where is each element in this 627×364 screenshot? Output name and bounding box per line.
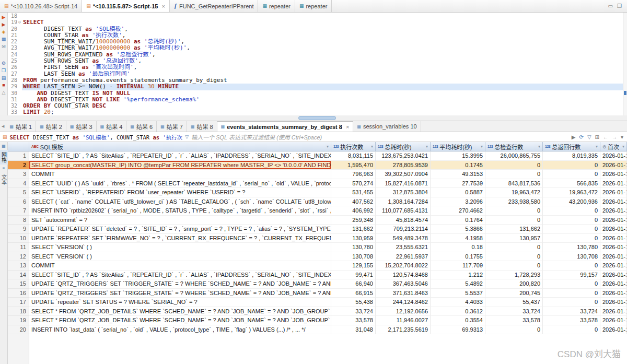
table-row[interactable]: 18SELECT * FROM `QRTZ_JOB_DETAILS` WHERE…: [8, 307, 627, 316]
result-tab[interactable]: ▦session_variables 10: [353, 121, 421, 132]
overview-ruler[interactable]: [623, 13, 627, 115]
cell-sql[interactable]: SELECT group_concat(MASTER_IP) INTO @tem…: [29, 161, 331, 170]
cell-rows-examined[interactable]: 1,728,293: [485, 271, 543, 280]
result-tab[interactable]: ▦结果 2: [36, 121, 66, 132]
cell-total-time[interactable]: 278,805.9539: [376, 161, 431, 170]
execute-statement-icon[interactable]: ▶: [1, 15, 7, 20]
cell-sql[interactable]: SELECT `SITE_ID` , ? AS `SiteAlias` , `R…: [29, 271, 331, 280]
fold-marker[interactable]: ⊖: [17, 19, 22, 26]
cell-rows-sent[interactable]: 0: [543, 298, 600, 307]
cell-rows-sent[interactable]: 19,963,472: [543, 188, 600, 197]
prev-page-icon[interactable]: ←: [603, 134, 608, 140]
filter-menu-icon[interactable]: ▽: [587, 134, 591, 140]
cell-exec-count[interactable]: 406,992: [331, 206, 376, 216]
cell-avg-time[interactable]: 5.4892: [431, 279, 485, 289]
stop-icon[interactable]: ■: [1, 83, 7, 88]
table-row[interactable]: 14SELECT `SITE_ID` , ? AS `SiteAlias` , …: [8, 271, 627, 280]
cell-rows-sent[interactable]: 0: [543, 216, 600, 225]
cell-rows-sent[interactable]: 8,019,335: [543, 151, 600, 161]
cell-exec-count[interactable]: 99,471: [331, 271, 376, 280]
panels-icon[interactable]: ⊞: [595, 134, 599, 140]
editor-tab[interactable]: ▦repeater: [258, 0, 295, 12]
cell-first-seen[interactable]: 2026-01-1: [600, 161, 627, 170]
cell-rows-sent[interactable]: 0: [543, 325, 600, 335]
cell-first-seen[interactable]: 2026-01-1: [600, 252, 627, 262]
cell-sql[interactable]: SELECT `SITE_ID` , ? AS `SiteAlias` , `R…: [29, 151, 331, 161]
settings-gears-icon[interactable]: ⚙: [1, 61, 7, 66]
row-number-cell[interactable]: 14: [8, 271, 29, 280]
cell-sql[interactable]: COMMIT: [29, 170, 331, 179]
cell-sql[interactable]: SELECT `VERSION` ( ): [29, 252, 331, 262]
editor-tab[interactable]: ƒFUNC_GetRepeaterIPParent: [170, 0, 259, 12]
cell-rows-examined[interactable]: 55,437: [485, 298, 543, 307]
cell-first-seen[interactable]: 2026-01-1: [600, 316, 627, 325]
cell-rows-examined[interactable]: 130,957: [485, 234, 543, 243]
cell-exec-count[interactable]: 131,662: [331, 225, 376, 234]
cell-rows-examined[interactable]: 0: [485, 161, 543, 170]
editor-hscrollbar[interactable]: [0, 115, 627, 121]
cell-total-time[interactable]: 244,124.8462: [376, 298, 431, 307]
cell-total-time[interactable]: 39,302,507.0904: [376, 170, 431, 179]
cell-avg-time[interactable]: 3.2096: [431, 197, 485, 207]
cell-sql[interactable]: INSERT INTO `rptbiz202602` ( `serial_no`…: [29, 206, 331, 216]
minimize-icon[interactable]: ▭: [608, 3, 613, 9]
cell-rows-examined[interactable]: 200,745: [485, 289, 543, 298]
row-number-cell[interactable]: 3: [8, 170, 29, 179]
editor-tab[interactable]: ▦repeater: [295, 0, 332, 12]
cell-sql[interactable]: SELECT `UUID` ( ) AS `uuid` , `rbres` . …: [29, 179, 331, 189]
table-row[interactable]: 1SELECT `SITE_ID` , ? AS `SiteAlias` , `…: [8, 151, 627, 161]
table-row[interactable]: 5SELECT `USERID` , `REPEATERID` FROM `us…: [8, 188, 627, 197]
cell-rows-examined[interactable]: 131,662: [485, 225, 543, 234]
cell-total-time[interactable]: 367,463.5046: [376, 279, 431, 289]
row-number-cell[interactable]: 15: [8, 279, 29, 289]
table-row[interactable]: 3COMMIT796,96339,302,507.090449.31530020…: [8, 170, 627, 179]
more-dropdown-icon[interactable]: ▾: [621, 134, 623, 140]
table-row[interactable]: 9UPDATE `REPEATER` SET `deleted` = ? , `…: [8, 225, 627, 234]
column-menu-icon[interactable]: ▾: [426, 144, 428, 149]
cell-first-seen[interactable]: 2026-01-1: [600, 279, 627, 289]
cell-exec-count[interactable]: 1,595,470: [331, 161, 376, 170]
cell-rows-examined[interactable]: 33,724: [485, 307, 543, 316]
result-tab[interactable]: ▦结果 7: [157, 121, 187, 132]
cell-total-time[interactable]: 12,192.0656: [376, 307, 431, 316]
open-grid-icon[interactable]: ▦: [1, 37, 7, 42]
cell-avg-time[interactable]: 117.709: [431, 261, 485, 271]
cell-first-seen[interactable]: 2026-01-1: [600, 307, 627, 316]
cell-total-time[interactable]: 709,213.2114: [376, 225, 431, 234]
cell-rows-examined[interactable]: 0: [485, 206, 543, 216]
cell-rows-examined[interactable]: 200,820: [485, 279, 543, 289]
row-number-cell[interactable]: 9: [8, 225, 29, 234]
table-row[interactable]: 15UPDATE `QRTZ_TRIGGERS` SET `TRIGGER_ST…: [8, 279, 627, 289]
column-menu-icon[interactable]: ▾: [622, 144, 624, 149]
row-number-cell[interactable]: 10: [8, 234, 29, 243]
cell-exec-count[interactable]: 66,940: [331, 279, 376, 289]
row-number-cell[interactable]: 1: [8, 151, 29, 161]
cell-avg-time[interactable]: 0.18: [431, 243, 485, 252]
cell-exec-count[interactable]: 259,348: [331, 216, 376, 225]
cell-sql[interactable]: SELECT `VERSION` ( ): [29, 243, 331, 252]
cell-avg-time[interactable]: 5.3866: [431, 225, 485, 234]
result-tab[interactable]: ▦结果 3: [66, 121, 97, 132]
column-header-sql[interactable]: ABCSQL模板▾: [29, 142, 331, 151]
apply-filter-play-icon[interactable]: ▶: [572, 134, 576, 140]
cell-rows-examined[interactable]: 0: [485, 216, 543, 225]
cell-rows-sent[interactable]: 0: [543, 225, 600, 234]
next-page-icon[interactable]: →: [612, 134, 617, 140]
cell-sql[interactable]: SELECT `USERID` , `REPEATERID` FROM `use…: [29, 188, 331, 197]
cell-first-seen[interactable]: 2026-01-1: [600, 170, 627, 179]
column-menu-icon[interactable]: ▾: [327, 144, 329, 149]
cell-first-seen[interactable]: 2026-01-1: [600, 225, 627, 234]
column-menu-icon[interactable]: ▾: [596, 144, 598, 149]
cell-rows-sent[interactable]: 0: [543, 279, 600, 289]
cell-first-seen[interactable]: 2026-01-1: [600, 206, 627, 216]
cell-sql[interactable]: UPDATE `QRTZ_TRIGGERS` SET `TRIGGER_STAT…: [29, 279, 331, 289]
table-row[interactable]: 2SELECT group_concat(MASTER_IP) INTO @te…: [8, 161, 627, 170]
template-icon[interactable]: ▤: [1, 76, 7, 80]
column-header-rows-sent[interactable]: 123总返回行数▾: [543, 142, 600, 151]
cell-first-seen[interactable]: 2026-01-1: [600, 325, 627, 335]
cell-rows-sent[interactable]: 0: [543, 234, 600, 243]
table-row[interactable]: 17UPDATE `repeater` SET STATUS = ? WHERE…: [8, 298, 627, 307]
close-tab-icon[interactable]: ×: [161, 3, 165, 9]
table-row[interactable]: 10UPDATE `REPEATER` SET `FIRMWAVE_NO` = …: [8, 234, 627, 243]
cell-total-time[interactable]: 123,675,253.0421: [376, 151, 431, 161]
